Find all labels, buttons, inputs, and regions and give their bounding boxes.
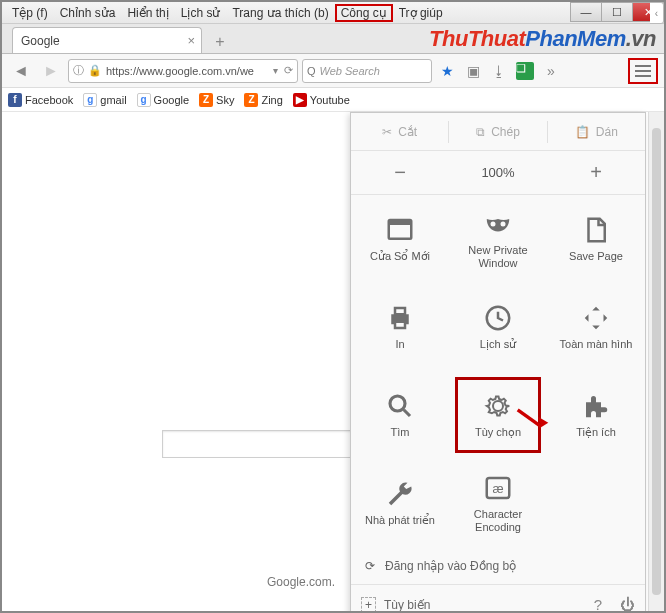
lock-icon: 🔒 — [88, 64, 102, 77]
svg-rect-1 — [389, 220, 412, 225]
window-icon — [385, 215, 415, 245]
page-content: Google.com. ✂Cắt ⧉Chép 📋Dán − 100% + Cửa… — [2, 112, 664, 611]
search-bar[interactable]: Q Web Search — [302, 59, 432, 83]
menu-history[interactable]: Lịch sử — [449, 283, 547, 371]
tab-close-icon[interactable]: × — [187, 33, 195, 48]
customize-button[interactable]: + Tùy biến — [361, 597, 430, 613]
cut-button[interactable]: ✂Cắt — [351, 125, 448, 139]
tab-title: Google — [21, 34, 60, 48]
menu-options[interactable]: Tùy chọn — [449, 371, 547, 459]
downloads-icon[interactable]: ⭳ — [488, 60, 510, 82]
back-button[interactable]: ◄ — [8, 58, 34, 84]
svg-rect-6 — [395, 322, 405, 328]
zoom-in-button[interactable]: + — [547, 161, 645, 184]
svg-rect-5 — [395, 308, 405, 314]
menu-fullscreen[interactable]: Toàn màn hình — [547, 283, 645, 371]
window-minimize-button[interactable]: — — [570, 2, 602, 22]
window-maximize-button[interactable]: ☐ — [601, 2, 633, 22]
page-icon — [581, 215, 611, 245]
app-menu-panel: ✂Cắt ⧉Chép 📋Dán − 100% + Cửa Sổ Mới New … — [350, 112, 646, 613]
bookmark-google[interactable]: gGoogle — [137, 93, 189, 107]
panel-footer: + Tùy biến ? ⏻ — [351, 585, 645, 613]
menu-print[interactable]: In — [351, 283, 449, 371]
bookmark-youtube[interactable]: ▶Youtube — [293, 93, 350, 107]
overflow-icon[interactable]: » — [540, 60, 562, 82]
svg-point-8 — [390, 396, 405, 411]
new-tab-button[interactable]: + — [208, 31, 232, 53]
sync-icon: ⟳ — [365, 559, 375, 573]
page-footer-text: Google.com. — [267, 575, 335, 589]
svg-text:æ: æ — [492, 482, 503, 496]
puzzle-icon — [581, 391, 611, 421]
zoom-value: 100% — [449, 165, 547, 180]
search-placeholder: Web Search — [320, 65, 380, 77]
power-icon[interactable]: ⏻ — [620, 596, 635, 613]
bookmark-star-icon[interactable]: ★ — [436, 60, 458, 82]
url-text: https://www.google.com.vn/we — [106, 65, 254, 77]
watermark: ThuThuatPhanMem.vn — [429, 26, 656, 52]
svg-point-2 — [491, 221, 496, 226]
copy-icon: ⧉ — [476, 125, 485, 139]
menu-history[interactable]: Lịch sử — [175, 4, 227, 22]
printer-icon — [385, 303, 415, 333]
clock-icon — [483, 303, 513, 333]
menu-save-page[interactable]: Save Page — [547, 195, 645, 283]
menu-addons[interactable]: Tiện ích — [547, 371, 645, 459]
reload-icon[interactable]: ⟳ — [284, 64, 293, 77]
tab-strip: Google × + ThuThuatPhanMem.vn — [2, 24, 664, 54]
mask-icon — [483, 209, 513, 239]
edit-row: ✂Cắt ⧉Chép 📋Dán — [351, 113, 645, 151]
menu-developer[interactable]: Nhà phát triển — [351, 459, 449, 547]
menu-private-window[interactable]: New Private Window — [449, 195, 547, 283]
wrench-icon — [385, 479, 415, 509]
url-bar[interactable]: ⓘ 🔒 https://www.google.com.vn/we ▾ ⟳ — [68, 59, 298, 83]
bookmark-sky[interactable]: ZSky — [199, 93, 234, 107]
search-icon: Q — [307, 65, 316, 77]
menu-grid: Cửa Sổ Mới New Private Window Save Page … — [351, 195, 645, 547]
share-icon[interactable]: ❏ — [514, 60, 536, 82]
vertical-scrollbar[interactable] — [648, 112, 664, 611]
svg-point-3 — [501, 221, 506, 226]
encoding-icon: æ — [483, 473, 513, 503]
info-icon[interactable]: ⓘ — [73, 63, 84, 78]
menu-view[interactable]: Hiển thị — [121, 4, 174, 22]
menu-help[interactable]: Trợ giúp — [393, 4, 449, 22]
menu-edit[interactable]: Chỉnh sửa — [54, 4, 122, 22]
url-dropdown-icon[interactable]: ▾ — [273, 65, 278, 76]
bookmark-facebook[interactable]: fFacebook — [8, 93, 73, 107]
google-search-input[interactable] — [162, 430, 352, 458]
menu-new-window[interactable]: Cửa Sổ Mới — [351, 195, 449, 283]
copy-button[interactable]: ⧉Chép — [449, 125, 546, 139]
expand-icon — [581, 303, 611, 333]
menu-find[interactable]: Tìm — [351, 371, 449, 459]
menu-file[interactable]: Tệp (f) — [6, 4, 54, 22]
nav-toolbar: ◄ ► ⓘ 🔒 https://www.google.com.vn/we ▾ ⟳… — [2, 54, 664, 88]
hamburger-menu-button[interactable] — [628, 58, 658, 84]
browser-tab[interactable]: Google × — [12, 27, 202, 53]
bookmarks-bar: fFacebook ggmail gGoogle ZSky ZZing ▶You… — [2, 88, 664, 112]
bookmark-zing[interactable]: ZZing — [244, 93, 282, 107]
sync-row[interactable]: ⟳ Đăng nhập vào Đồng bộ — [351, 547, 645, 585]
scissors-icon: ✂ — [382, 125, 392, 139]
menu-bar: Tệp (f) Chỉnh sửa Hiển thị Lịch sử Trang… — [2, 2, 664, 24]
zoom-out-button[interactable]: − — [351, 161, 449, 184]
paste-button[interactable]: 📋Dán — [548, 125, 645, 139]
help-icon[interactable]: ? — [594, 596, 602, 613]
bookmark-gmail[interactable]: ggmail — [83, 93, 126, 107]
menu-bookmarks[interactable]: Trang ưa thích (b) — [226, 4, 334, 22]
gear-icon — [483, 391, 513, 421]
plus-icon: + — [361, 597, 376, 613]
zoom-row: − 100% + — [351, 151, 645, 195]
magnifier-icon — [385, 391, 415, 421]
forward-button[interactable]: ► — [38, 58, 64, 84]
pocket-icon[interactable]: ▣ — [462, 60, 484, 82]
menu-encoding[interactable]: æ Character Encoding — [449, 459, 547, 547]
clipboard-icon: 📋 — [575, 125, 590, 139]
menu-tools[interactable]: Công cụ — [335, 4, 393, 22]
sidebar-notch[interactable]: ‹ — [650, 2, 664, 24]
